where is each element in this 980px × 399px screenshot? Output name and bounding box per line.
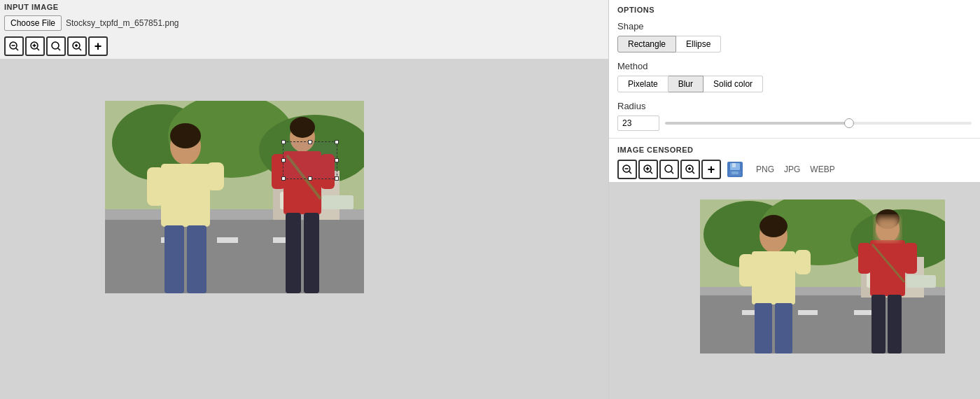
censored-zoom-fit-button[interactable] bbox=[659, 160, 679, 179]
svg-rect-63 bbox=[700, 290, 945, 354]
svg-rect-37 bbox=[321, 154, 335, 189]
slider-thumb[interactable] bbox=[844, 118, 854, 128]
svg-line-49 bbox=[671, 172, 673, 174]
method-blur-button[interactable]: Blur bbox=[668, 76, 704, 92]
svg-rect-71 bbox=[906, 275, 936, 288]
censored-zoom-100-button[interactable] bbox=[680, 160, 700, 179]
svg-rect-75 bbox=[739, 254, 755, 286]
svg-rect-78 bbox=[775, 303, 792, 354]
svg-point-27 bbox=[170, 123, 201, 148]
radius-label: Radius bbox=[617, 101, 972, 111]
svg-rect-32 bbox=[187, 225, 206, 293]
svg-rect-29 bbox=[147, 167, 164, 206]
zoom-100-button[interactable] bbox=[67, 36, 87, 56]
svg-rect-58 bbox=[732, 172, 738, 174]
svg-rect-38 bbox=[286, 213, 301, 293]
svg-rect-66 bbox=[854, 310, 874, 315]
radius-input[interactable] bbox=[617, 115, 659, 131]
choose-file-button[interactable]: Choose File bbox=[4, 15, 62, 31]
svg-rect-82 bbox=[858, 243, 871, 274]
image-censored-header: IMAGE CENSORED bbox=[609, 141, 980, 157]
radius-section: Radius bbox=[609, 97, 980, 135]
svg-line-8 bbox=[58, 48, 60, 50]
svg-rect-87 bbox=[876, 217, 899, 241]
shape-rectangle-button[interactable]: Rectangle bbox=[617, 36, 676, 52]
svg-rect-76 bbox=[795, 250, 811, 274]
svg-rect-83 bbox=[904, 243, 917, 274]
svg-rect-84 bbox=[872, 295, 886, 354]
svg-line-43 bbox=[629, 172, 631, 174]
right-panel: OPTIONS Shape Rectangle Ellipse Method P… bbox=[609, 0, 980, 399]
input-photo bbox=[105, 101, 364, 293]
svg-point-73 bbox=[760, 215, 788, 237]
svg-line-47 bbox=[650, 172, 652, 174]
format-png-button[interactable]: PNG bbox=[752, 162, 778, 176]
format-webp-button[interactable]: WEBP bbox=[806, 162, 839, 176]
svg-rect-77 bbox=[755, 303, 772, 354]
zoom-out-button[interactable] bbox=[4, 36, 24, 56]
svg-rect-65 bbox=[798, 310, 818, 315]
svg-line-2 bbox=[16, 48, 18, 50]
method-label: Method bbox=[617, 61, 972, 71]
svg-rect-35 bbox=[284, 151, 321, 214]
svg-line-12 bbox=[79, 48, 81, 50]
shape-section: Shape Rectangle Ellipse bbox=[609, 17, 980, 57]
svg-point-7 bbox=[52, 42, 59, 49]
svg-rect-30 bbox=[206, 162, 224, 190]
method-section: Method Pixelate Blur Solid color bbox=[609, 57, 980, 97]
svg-rect-28 bbox=[161, 164, 210, 227]
svg-rect-39 bbox=[304, 213, 319, 293]
add-region-button[interactable]: + bbox=[88, 36, 108, 56]
censored-zoom-in-button[interactable] bbox=[638, 160, 658, 179]
shape-label: Shape bbox=[617, 21, 972, 31]
svg-rect-25 bbox=[322, 195, 354, 209]
method-solidcolor-button[interactable]: Solid color bbox=[704, 76, 763, 92]
format-jpg-button[interactable]: JPG bbox=[780, 162, 804, 176]
method-button-group: Pixelate Blur Solid color bbox=[617, 76, 972, 92]
svg-line-6 bbox=[37, 48, 39, 50]
svg-rect-19 bbox=[217, 237, 238, 243]
censored-image-preview bbox=[609, 182, 980, 399]
censored-photo-container bbox=[700, 200, 945, 354]
input-image-canvas[interactable] bbox=[0, 59, 608, 399]
file-name-display: Stocksy_txpfd_m_657851.png bbox=[66, 18, 178, 28]
zoom-in-button[interactable] bbox=[25, 36, 45, 56]
censored-zoom-out-button[interactable] bbox=[617, 160, 637, 179]
shape-button-group: Rectangle Ellipse bbox=[617, 36, 972, 52]
svg-rect-74 bbox=[752, 251, 795, 304]
method-pixelate-button[interactable]: Pixelate bbox=[617, 76, 668, 92]
zoom-fit-button[interactable] bbox=[46, 36, 66, 56]
shape-ellipse-button[interactable]: Ellipse bbox=[676, 36, 721, 52]
input-image-label: INPUT IMAGE bbox=[0, 0, 608, 13]
svg-rect-56 bbox=[732, 163, 736, 167]
save-button[interactable] bbox=[725, 160, 745, 179]
svg-point-48 bbox=[665, 165, 672, 172]
censored-add-button[interactable]: + bbox=[701, 160, 721, 179]
zoom-toolbar: + bbox=[0, 34, 608, 59]
censored-toolbar: + PNG JPG WEBP bbox=[609, 157, 980, 182]
options-header: OPTIONS bbox=[609, 0, 980, 17]
svg-rect-36 bbox=[272, 154, 286, 189]
svg-line-53 bbox=[692, 172, 694, 174]
svg-rect-31 bbox=[164, 225, 184, 293]
radius-slider[interactable] bbox=[665, 122, 972, 125]
svg-rect-17 bbox=[105, 213, 364, 293]
svg-point-34 bbox=[290, 117, 315, 138]
svg-rect-85 bbox=[888, 295, 902, 354]
